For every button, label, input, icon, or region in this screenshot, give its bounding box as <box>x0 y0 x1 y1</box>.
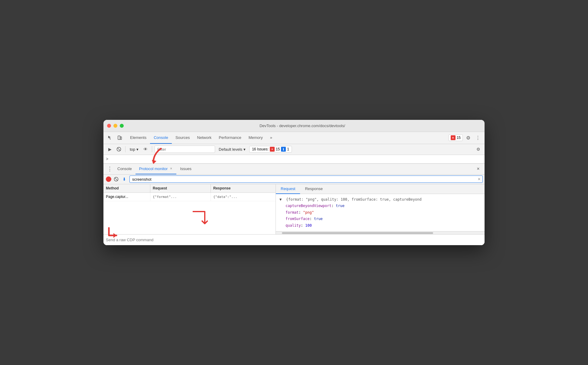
tab-bar-right: × 15 ⚙ ⋮ <box>449 133 482 142</box>
minimize-button[interactable] <box>113 124 117 128</box>
pm-search-clear-button[interactable]: ✕ <box>476 176 482 182</box>
pm-scroll-thumb[interactable] <box>282 232 433 234</box>
svg-marker-6 <box>113 233 116 238</box>
divider2 <box>152 146 152 152</box>
devtools-panel: Elements Console Sources Network Perform… <box>103 132 485 245</box>
more-options-button[interactable]: ⋮ <box>474 133 482 142</box>
titlebar: DevTools - developer.chrome.com/docs/dev… <box>103 120 485 132</box>
chevron-down-icon2: ▾ <box>243 147 246 152</box>
json-prop-fromSurface: fromSurface: true <box>286 216 481 222</box>
tab-performance[interactable]: Performance <box>215 132 245 144</box>
tab-sources[interactable]: Sources <box>172 132 194 144</box>
pm-horizontal-scrollbar[interactable] <box>276 231 485 234</box>
tab-network[interactable]: Network <box>194 132 215 144</box>
chevron-down-icon: ▾ <box>136 147 139 152</box>
issues-info-icon: ℹ <box>281 147 286 152</box>
pm-clear-button[interactable] <box>113 176 119 182</box>
pm-table-header: Method Request Response <box>103 184 276 193</box>
close-button[interactable] <box>107 124 111 128</box>
console-breadcrumb: > <box>103 155 485 163</box>
filter-input[interactable] <box>155 146 215 153</box>
inspect-element-button[interactable] <box>106 133 114 142</box>
drawer-tab-bar: ⋮ Console Protocol monitor × Issues × <box>103 164 485 175</box>
request-header: Request <box>150 184 211 192</box>
svg-rect-0 <box>118 136 120 140</box>
drawer-more-button[interactable]: ⋮ <box>106 165 114 173</box>
tab-more[interactable]: » <box>266 132 276 144</box>
issues-error-icon: × <box>270 147 275 152</box>
method-header: Method <box>103 184 150 192</box>
response-cell: {"data":"... <box>211 193 276 201</box>
json-prop-format: format: "png" <box>286 209 481 216</box>
top-tab-bar: Elements Console Sources Network Perform… <box>103 132 485 144</box>
json-triangle[interactable]: ▼ <box>279 197 282 202</box>
pm-split-view: Method Request Response <box>103 184 485 235</box>
json-summary-line: ▼ {format: "png", quality: 100, fromSurf… <box>279 196 481 203</box>
pm-toolbar: ⬇ ✕ <box>103 175 485 184</box>
svg-line-3 <box>118 148 120 151</box>
red-arrow-down <box>107 226 124 238</box>
drawer: ⋮ Console Protocol monitor × Issues × <box>103 163 485 245</box>
request-cell: {"format"... <box>150 193 211 201</box>
protocol-monitor-content: ⬇ ✕ Method Request <box>103 175 485 245</box>
pm-table: Method Request Response <box>103 184 276 235</box>
default-levels-button[interactable]: Default levels ▾ <box>216 146 248 152</box>
device-toolbar-button[interactable] <box>116 133 124 142</box>
method-cell: Page.captur... <box>103 193 150 201</box>
tab-elements[interactable]: Elements <box>126 132 150 144</box>
pm-bottom-bar <box>103 234 485 245</box>
traffic-lights <box>107 124 124 128</box>
issues-info-count: 1 <box>287 147 289 151</box>
json-properties: captureBeyondViewport: true format: "png… <box>279 203 481 229</box>
window-title: DevTools - developer.chrome.com/docs/dev… <box>124 123 481 128</box>
detail-tab-response[interactable]: Response <box>300 184 328 194</box>
cdp-command-input[interactable] <box>106 238 482 242</box>
pm-detail-panel: Request Response ▼ {format: "png", quali… <box>276 184 485 235</box>
drawer-tab-console[interactable]: Console <box>114 163 136 174</box>
top-context-selector[interactable]: top ▾ <box>128 146 140 152</box>
json-prop-quality: quality: 100 <box>286 222 481 229</box>
svg-rect-1 <box>120 137 122 140</box>
divider <box>125 146 126 152</box>
svg-line-5 <box>115 178 118 181</box>
pm-detail-tabs: Request Response <box>276 184 485 194</box>
expand-icon[interactable]: > <box>106 156 108 161</box>
issues-error-count: 15 <box>276 147 280 151</box>
error-count: 15 <box>457 136 461 140</box>
drawer-tab-protocol-monitor[interactable]: Protocol monitor × <box>136 163 177 174</box>
pm-download-button[interactable]: ⬇ <box>121 176 128 182</box>
issues-badge[interactable]: 16 Issues: × 15 ℹ 1 <box>249 146 292 153</box>
eye-button[interactable]: 👁 <box>142 145 149 153</box>
pm-search-input[interactable] <box>129 176 483 183</box>
table-row[interactable]: Page.captur... {"format"... {"data":"... <box>103 193 276 201</box>
pm-detail-content: ▼ {format: "png", quality: 100, fromSurf… <box>276 194 485 232</box>
error-icon: × <box>451 135 456 140</box>
response-header: Response <box>211 184 276 192</box>
drawer-close-button[interactable]: × <box>474 165 482 173</box>
pm-record-button[interactable] <box>106 176 111 182</box>
detail-tab-request[interactable]: Request <box>276 184 300 194</box>
clear-console-button[interactable] <box>115 145 123 153</box>
tab-console[interactable]: Console <box>150 132 172 144</box>
tab-bar-icons <box>106 133 124 142</box>
drawer-tab-issues[interactable]: Issues <box>176 163 195 174</box>
tab-memory[interactable]: Memory <box>245 132 266 144</box>
run-button[interactable]: ▶ <box>106 145 114 153</box>
json-prop-captureBeyondViewport: captureBeyondViewport: true <box>286 203 481 209</box>
console-settings-button[interactable]: ⚙ <box>474 145 482 153</box>
maximize-button[interactable] <box>120 124 124 128</box>
protocol-monitor-close-icon[interactable]: × <box>169 166 173 171</box>
arrow-to-input <box>103 233 276 234</box>
console-toolbar: ▶ top ▾ 👁 Default levels ▾ 16 Issues: <box>103 144 485 155</box>
settings-button[interactable]: ⚙ <box>464 133 472 142</box>
error-count-badge[interactable]: × 15 <box>449 134 463 141</box>
devtools-window: DevTools - developer.chrome.com/docs/dev… <box>103 120 485 245</box>
